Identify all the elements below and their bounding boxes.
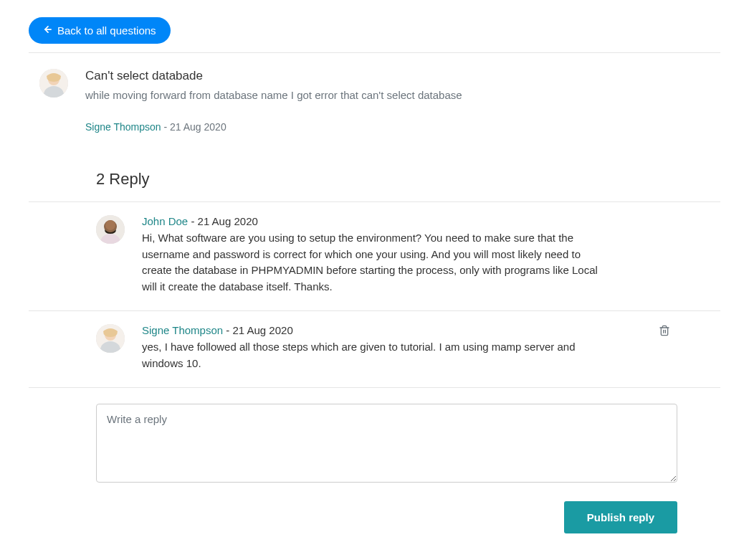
reply-meta: Signe Thompson - 21 Aug 2020 <box>142 324 710 336</box>
back-button-label: Back to all questions <box>57 24 156 37</box>
reply-text: yes, I have followed all those steps whi… <box>142 339 601 371</box>
reply-date: 21 Aug 2020 <box>232 324 292 336</box>
reply-count-header: 2 Reply <box>96 170 720 189</box>
reply-form: Publish reply <box>29 388 720 549</box>
publish-reply-button[interactable]: Publish reply <box>564 501 677 533</box>
reply-author-avatar <box>96 324 125 353</box>
question-date: 21 Aug 2020 <box>170 121 226 133</box>
question-author-avatar <box>39 69 68 98</box>
back-button[interactable]: Back to all questions <box>29 17 171 44</box>
question-author-link[interactable]: Signe Thompson <box>85 121 161 133</box>
reply-author-avatar <box>96 215 125 244</box>
arrow-left-icon <box>43 24 53 37</box>
reply-meta: John Doe - 21 Aug 2020 <box>142 215 710 227</box>
reply-text: Hi, What software are you using to setup… <box>142 230 601 295</box>
trash-icon[interactable] <box>659 324 670 340</box>
question-title: Can't select databade <box>85 69 710 83</box>
question-section: Can't select databade while moving forwa… <box>29 53 720 133</box>
question-meta: Signe Thompson - 21 Aug 2020 <box>85 121 710 133</box>
reply-date: 21 Aug 2020 <box>198 215 258 227</box>
question-description: while moving forward from database name … <box>85 89 710 101</box>
reply-author-link[interactable]: Signe Thompson <box>142 324 223 336</box>
svg-point-6 <box>105 220 115 230</box>
reply-textarea[interactable] <box>96 404 677 483</box>
reply-item: Signe Thompson - 21 Aug 2020 yes, I have… <box>29 311 720 388</box>
reply-item: John Doe - 21 Aug 2020 Hi, What software… <box>29 202 720 311</box>
reply-author-link[interactable]: John Doe <box>142 215 188 227</box>
